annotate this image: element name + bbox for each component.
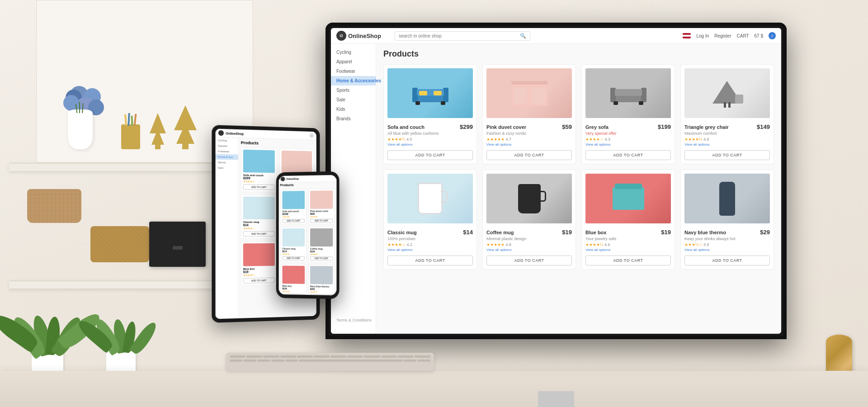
tablet-sidebar-sports[interactable]: Sports xyxy=(216,160,238,166)
grey-chair-view-options[interactable]: View all options xyxy=(684,142,770,147)
product-image-duvet xyxy=(486,68,572,118)
phone-mug-stars: ★★★★ xyxy=(282,253,305,256)
coffee-mug-shape xyxy=(518,184,541,213)
phone-duvet-card: Pink duvet cover $59 ★★★★ ADD TO CART xyxy=(308,189,335,225)
product-card-thermo: Navy blue thermo $29 Keep your drinks al… xyxy=(680,170,774,270)
sofa-price-row: Sofa and couch $299 xyxy=(387,123,473,130)
svg-rect-17 xyxy=(639,101,643,105)
classic-mug-desc: 100% porcelain xyxy=(387,237,473,241)
svg-rect-20 xyxy=(728,102,731,108)
phone-thermo-card: Navy blue thermo $29 ★★★½ ADD TO CART xyxy=(308,264,335,295)
phone-mug-img xyxy=(282,228,305,246)
blue-box-add-to-cart[interactable]: ADD TO CART xyxy=(585,256,671,265)
sofa-desc: All blue with yellow cushions xyxy=(387,131,473,136)
sidebar-item-brands[interactable]: Brands xyxy=(331,114,376,123)
phone-mug-cart[interactable]: ADD TO CART xyxy=(282,256,305,260)
phone-sofa-cart[interactable]: ADD TO CART xyxy=(282,219,305,223)
products-title: Products xyxy=(383,49,774,59)
sofa-name: Sofa and couch xyxy=(387,124,425,130)
svg-rect-6 xyxy=(415,101,420,105)
coffee-mug-name: Coffee mug xyxy=(486,230,514,235)
thermo-view-options[interactable]: View all options xyxy=(684,248,770,252)
svg-rect-15 xyxy=(615,89,642,96)
duvet-stars: ★★★★★ 4.7 xyxy=(486,137,572,142)
sidebar-item-footwear[interactable]: Footwear xyxy=(331,66,376,76)
logo-text: O xyxy=(340,33,343,38)
monitor-body: O OnlineShop 🔍 Log In Register C xyxy=(326,23,787,339)
svg-rect-10 xyxy=(514,88,527,104)
sidebar-item-apparel[interactable]: Apparel xyxy=(331,57,376,66)
tablet-sidebar-sale[interactable]: Sale xyxy=(216,165,238,171)
keyboard xyxy=(226,353,434,371)
tablet-sofa-stars: ★★★★½ xyxy=(243,180,275,183)
coffee-mug-add-to-cart[interactable]: ADD TO CART xyxy=(486,256,572,265)
tablet-blue-box-img xyxy=(243,243,275,266)
product-card-coffee-mug: Coffee mug $19 Minimal plastic design ★★… xyxy=(482,170,576,270)
sidebar-item-home[interactable]: Home & Accessories xyxy=(331,76,376,85)
tablet-products-title: Products xyxy=(241,140,314,147)
phone-thermo-cart[interactable]: ADD TO CART xyxy=(310,294,333,295)
phone-box-cart[interactable]: ADD TO CART xyxy=(282,293,305,295)
coffee-mug-view-options[interactable]: View all options xyxy=(486,248,572,252)
product-card-grey-sofa: Grey sofa $199 Very special offer ★★★★☆ … xyxy=(581,64,675,164)
sofa-add-to-cart[interactable]: ADD TO CART xyxy=(387,150,473,160)
phone-mug-card: Classic mug $14 ★★★★ ADD TO CART xyxy=(281,227,307,262)
blue-box-view-options[interactable]: View all options xyxy=(585,248,671,252)
tablet-sidebar-footwear[interactable]: Footwear xyxy=(216,148,238,154)
product-card-grey-chair: Triangle grey chair $149 Maximum comfort… xyxy=(680,64,774,164)
tablet-sidebar-home[interactable]: Home & Acc. xyxy=(216,154,238,160)
phone-coffee-card: Coffee mug $19 ★★★★ ADD TO CART xyxy=(308,227,335,263)
classic-mug-view-options[interactable]: View all options xyxy=(387,248,473,252)
grey-chair-price-row: Triangle grey chair $149 xyxy=(684,123,770,130)
tablet-flag xyxy=(309,133,314,138)
sofa-stars: ★★★★½ 4.5 xyxy=(387,137,473,142)
phone-sofa-card: Sofa and couch $299 ★★★★ ADD TO CART xyxy=(281,189,307,225)
thermo-add-to-cart[interactable]: ADD TO CART xyxy=(684,256,770,265)
tablet-logo-icon xyxy=(218,130,224,136)
monitor-screen: O OnlineShop 🔍 Log In Register C xyxy=(331,28,781,334)
search-bar[interactable]: 🔍 xyxy=(395,31,530,41)
phone-sofa-img xyxy=(282,191,305,209)
grey-sofa-add-to-cart[interactable]: ADD TO CART xyxy=(585,150,671,160)
svg-rect-11 xyxy=(532,88,545,104)
sidebar-item-sports[interactable]: Sports xyxy=(331,85,376,95)
coffee-mug-price: $19 xyxy=(562,229,572,236)
tablet-sidebar: Cycling Apparel Footwear Home & Acc. Spo… xyxy=(216,137,239,319)
shop-logo: O OnlineShop xyxy=(336,31,381,41)
tablet-mug-img xyxy=(243,197,275,219)
logo-icon: O xyxy=(336,31,346,41)
tablet-mug-cart[interactable]: ADD TO CART xyxy=(243,231,275,237)
search-input[interactable] xyxy=(399,33,520,38)
tablet-mug-stars: ★★★★☆ xyxy=(243,227,275,230)
sidebar-item-sale[interactable]: Sale xyxy=(331,95,376,104)
grey-chair-add-to-cart[interactable]: ADD TO CART xyxy=(684,150,770,160)
tablet-product-mug: Classic mug $14 ★★★★☆ ADD TO CART xyxy=(241,194,277,239)
login-link[interactable]: Log In xyxy=(696,33,709,38)
blue-box-price-row: Blue box $19 xyxy=(585,229,671,236)
duvet-add-to-cart[interactable]: ADD TO CART xyxy=(486,150,572,160)
sidebar-item-cycling[interactable]: Cycling xyxy=(331,47,376,57)
blue-box-price: $19 xyxy=(661,229,671,236)
tablet-mug-price: $14 xyxy=(243,223,275,227)
duvet-view-options[interactable]: View all options xyxy=(486,142,572,147)
tablet-blue-box-stars: ★★★★½ xyxy=(243,273,275,277)
grey-sofa-view-options[interactable]: View all options xyxy=(585,142,671,147)
phone-sofa-stars: ★★★★ xyxy=(282,215,305,218)
blue-box-name: Blue box xyxy=(585,230,606,235)
phone-coffee-cart[interactable]: ADD TO CART xyxy=(310,256,333,260)
sidebar-item-kids[interactable]: Kids xyxy=(331,104,376,114)
cart-badge[interactable]: 2 xyxy=(769,32,776,39)
terms-link[interactable]: Terms & Conditions xyxy=(331,316,377,325)
coffee-mug-desc: Minimal plastic design xyxy=(486,237,572,241)
phone-duvet-cart[interactable]: ADD TO CART xyxy=(310,219,333,223)
phone-products-grid: Sofa and couch $299 ★★★★ ADD TO CART Pin… xyxy=(279,187,337,295)
classic-mug-price: $14 xyxy=(463,229,473,236)
register-link[interactable]: Register xyxy=(714,33,731,38)
tablet-blue-box-cart[interactable]: ADD TO CART xyxy=(243,278,275,284)
product-image-thermo xyxy=(684,174,770,223)
sofa-view-options[interactable]: View all options xyxy=(387,142,473,147)
grey-sofa-special: Very special offer xyxy=(585,131,671,136)
classic-mug-add-to-cart[interactable]: ADD TO CART xyxy=(387,256,473,265)
thermo-desc: Keep your drinks always hot xyxy=(684,237,770,241)
tablet-sofa-cart[interactable]: ADD TO CART xyxy=(243,184,275,190)
